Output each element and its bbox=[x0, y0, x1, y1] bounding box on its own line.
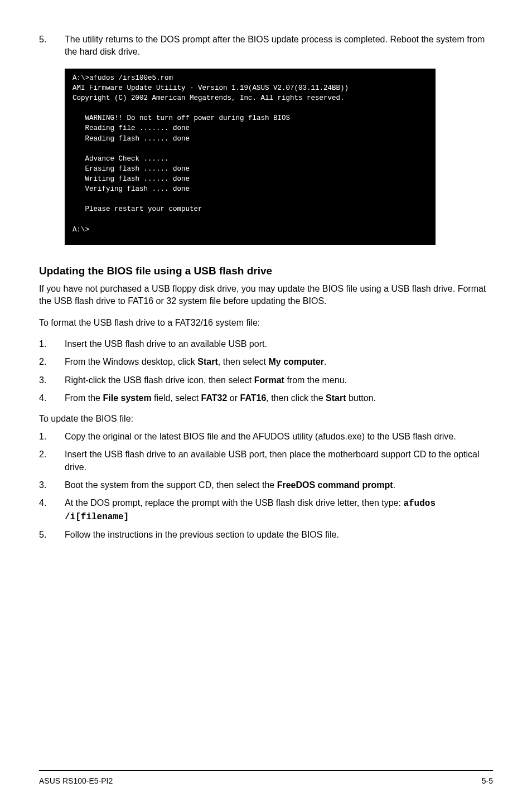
format-step-3: 3. Right-click the USB flash drive icon,… bbox=[39, 374, 493, 386]
text: button. bbox=[346, 393, 376, 403]
update-step-4: 4. At the DOS prompt, replace the prompt… bbox=[39, 497, 493, 523]
update-step-5: 5. Follow the instructions in the previo… bbox=[39, 529, 493, 541]
format-step-1: 1. Insert the USB flash drive to an avai… bbox=[39, 338, 493, 350]
text: or bbox=[227, 393, 240, 403]
list-num: 4. bbox=[39, 392, 65, 404]
list-content: Insert the USB flash drive to an availab… bbox=[65, 338, 493, 350]
step5-para: 5. The utility returns to the DOS prompt… bbox=[39, 33, 493, 59]
text: Right-click the USB flash drive icon, th… bbox=[65, 375, 254, 385]
text: , then click the bbox=[266, 393, 326, 403]
bold: My computer bbox=[268, 357, 324, 366]
list-num: 2. bbox=[39, 356, 65, 368]
text: From the Windows desktop, click bbox=[65, 357, 197, 366]
format-step-2: 2. From the Windows desktop, click Start… bbox=[39, 356, 493, 368]
text: . bbox=[393, 480, 395, 490]
text: from the menu. bbox=[284, 375, 347, 385]
update-step-2: 2. Insert the USB flash drive to an avai… bbox=[39, 448, 493, 474]
section-heading: Updating the BIOS file using a USB flash… bbox=[39, 265, 493, 277]
footer-divider bbox=[39, 770, 493, 771]
format-step-4: 4. From the File system field, select FA… bbox=[39, 392, 493, 404]
list-content: Copy the original or the latest BIOS fil… bbox=[65, 431, 493, 443]
list-num: 2. bbox=[39, 448, 65, 474]
page-footer: ASUS RS100-E5-PI2 5-5 bbox=[39, 776, 493, 785]
bold: Start bbox=[197, 357, 217, 366]
list-num: 4. bbox=[39, 497, 65, 523]
list-content: Boot the system from the support CD, the… bbox=[65, 479, 493, 491]
list-num: 3. bbox=[39, 374, 65, 386]
list-content: From the File system field, select FAT32… bbox=[65, 392, 493, 404]
list-num: 5. bbox=[39, 529, 65, 541]
step5-text: The utility returns to the DOS prompt af… bbox=[65, 33, 493, 59]
footer-right: 5-5 bbox=[482, 776, 493, 785]
update-lead: To update the BIOS file: bbox=[39, 413, 493, 425]
text: . bbox=[324, 357, 326, 366]
text: Boot the system from the support CD, the… bbox=[65, 480, 277, 490]
bold: FAT32 bbox=[201, 393, 228, 403]
bold: FreeDOS command prompt bbox=[277, 480, 393, 490]
text: field, select bbox=[152, 393, 201, 403]
terminal-output: A:\>afudos /irs100e5.rom AMI Firmware Up… bbox=[65, 69, 436, 245]
format-lead: To format the USB flash drive to a FAT32… bbox=[39, 317, 493, 329]
text: , then select bbox=[218, 357, 269, 366]
text: From the bbox=[65, 393, 103, 403]
list-content: Right-click the USB flash drive icon, th… bbox=[65, 374, 493, 386]
list-content: Follow the instructions in the previous … bbox=[65, 529, 493, 541]
list-content: From the Windows desktop, click Start, t… bbox=[65, 356, 493, 368]
list-num: 1. bbox=[39, 431, 65, 443]
bold: Start bbox=[326, 393, 346, 403]
bold: FAT16 bbox=[240, 393, 267, 403]
list-num: 3. bbox=[39, 479, 65, 491]
list-num: 1. bbox=[39, 338, 65, 350]
bold: File system bbox=[103, 393, 151, 403]
step5-num: 5. bbox=[39, 33, 65, 59]
bold: Format bbox=[254, 375, 284, 385]
update-step-3: 3. Boot the system from the support CD, … bbox=[39, 479, 493, 491]
footer-left: ASUS RS100-E5-PI2 bbox=[39, 776, 113, 785]
intro-paragraph: If you have not purchased a USB floppy d… bbox=[39, 283, 493, 308]
list-content: Insert the USB flash drive to an availab… bbox=[65, 448, 493, 474]
text: At the DOS prompt, replace the prompt wi… bbox=[65, 498, 403, 508]
update-step-1: 1. Copy the original or the latest BIOS … bbox=[39, 431, 493, 443]
list-content: At the DOS prompt, replace the prompt wi… bbox=[65, 497, 493, 523]
